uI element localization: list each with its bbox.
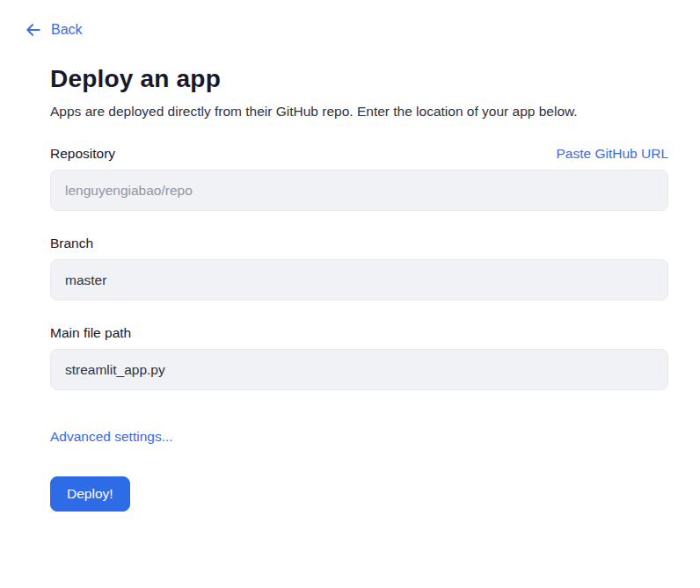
repository-label: Repository bbox=[50, 146, 115, 162]
repository-field-header: Repository Paste GitHub URL bbox=[50, 146, 668, 162]
branch-label: Branch bbox=[50, 236, 93, 251]
deploy-button-row: Deploy! bbox=[50, 445, 668, 512]
page-title: Deploy an app bbox=[50, 65, 668, 93]
paste-github-url-link[interactable]: Paste GitHub URL bbox=[557, 146, 669, 162]
repository-input[interactable] bbox=[50, 170, 668, 211]
deploy-form: Repository Paste GitHub URL Branch Main … bbox=[50, 146, 668, 512]
branch-field-group: Branch bbox=[50, 236, 668, 301]
page-subtitle: Apps are deployed directly from their Gi… bbox=[50, 104, 668, 120]
deploy-button[interactable]: Deploy! bbox=[50, 476, 130, 512]
deploy-form-container: Deploy an app Apps are deployed directly… bbox=[50, 65, 668, 512]
repository-field-group: Repository Paste GitHub URL bbox=[50, 146, 668, 211]
main-file-path-label: Main file path bbox=[50, 325, 131, 341]
back-link[interactable]: Back bbox=[25, 21, 83, 39]
arrow-left-icon bbox=[25, 21, 42, 39]
main-file-path-field-header: Main file path bbox=[50, 325, 668, 341]
deploy-app-page: Back Deploy an app Apps are deployed dir… bbox=[0, 0, 700, 512]
branch-field-header: Branch bbox=[50, 236, 668, 251]
main-file-path-input[interactable] bbox=[50, 349, 668, 390]
back-link-label: Back bbox=[51, 22, 83, 38]
advanced-settings-link[interactable]: Advanced settings... bbox=[50, 429, 173, 445]
main-file-path-field-group: Main file path bbox=[50, 325, 668, 390]
branch-input[interactable] bbox=[50, 259, 668, 301]
